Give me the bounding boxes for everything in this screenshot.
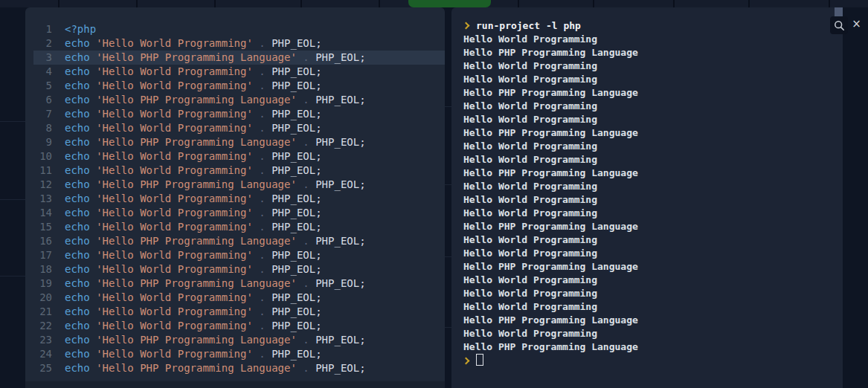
code-line[interactable]: 22echo 'Hello World Programming' . PHP_E… [25,319,445,333]
code-line[interactable]: 19echo 'Hello PHP Programming Language' … [25,277,445,291]
code-line[interactable]: 20echo 'Hello World Programming' . PHP_E… [25,291,445,305]
token-str: 'Hello World Programming' [96,305,253,317]
code-line[interactable]: 16echo 'Hello PHP Programming Language' … [25,234,445,248]
code-line[interactable]: 21echo 'Hello World Programming' . PHP_E… [25,305,445,319]
code-line[interactable]: 6echo 'Hello PHP Programming Language' .… [25,93,445,107]
token-const: PHP_EOL; [271,263,321,275]
close-button[interactable]: × [850,18,863,30]
token-str: 'Hello World Programming' [96,320,253,332]
terminal-output-line: Hello World Programming [463,233,843,247]
column-divider [300,0,302,7]
column-divider [829,0,830,7]
search-button[interactable] [830,16,848,34]
line-number: 22 [25,319,52,333]
code-line[interactable]: 8echo 'Hello World Programming' . PHP_EO… [25,121,445,135]
line-number: 13 [25,192,52,206]
token-const: PHP_EOL; [271,291,321,303]
token-op: . [259,320,265,332]
code-line[interactable]: 9echo 'Hello PHP Programming Language' .… [25,135,445,149]
line-number: 8 [25,121,52,135]
token-kw: echo [65,122,90,134]
line-number: 15 [25,220,52,234]
code-line[interactable]: 18echo 'Hello World Programming' . PHP_E… [25,262,445,277]
code-line[interactable]: 24echo 'Hello World Programming' . PHP_E… [25,347,445,361]
token-kw: echo [65,249,90,261]
token-str: 'Hello World Programming' [96,108,253,120]
token-const: PHP_EOL; [271,221,321,233]
terminal-output-line: Hello World Programming [463,153,843,166]
code-line[interactable]: 3echo 'Hello PHP Programming Language' .… [25,51,445,65]
code-line[interactable]: 12echo 'Hello PHP Programming Language' … [25,178,445,192]
token-op: . [259,305,265,317]
run-button[interactable] [408,0,491,7]
token-kw: echo [65,348,90,360]
editor-bottom-shade [25,381,445,388]
token-str: 'Hello World Programming' [96,207,253,219]
code-line[interactable]: 14echo 'Hello World Programming' . PHP_E… [25,206,445,220]
token-const: PHP_EOL; [271,108,321,120]
token-op: . [303,362,309,374]
token-str: 'Hello World Programming' [96,249,253,261]
token-kw: echo [65,80,90,91]
token-str: 'Hello PHP Programming Language' [96,51,297,63]
code-line[interactable]: 17echo 'Hello World Programming' . PHP_E… [25,248,445,262]
code-line[interactable]: 4echo 'Hello World Programming' . PHP_EO… [25,65,445,79]
token-op: . [303,94,309,106]
code-line[interactable]: 25echo 'Hello PHP Programming Language' … [25,361,445,375]
token-const: PHP_EOL; [271,164,321,176]
token-const: PHP_EOL; [315,94,365,106]
terminal-output-line: Hello World Programming [463,33,843,46]
token-op: . [259,122,265,134]
close-icon: × [852,17,861,30]
token-op: . [259,150,265,162]
column-divider [748,0,750,7]
code-line[interactable]: 13echo 'Hello World Programming' . PHP_E… [25,192,445,206]
line-number: 7 [25,107,52,121]
code-line[interactable]: 10echo 'Hello World Programming' . PHP_E… [25,149,445,164]
token-const: PHP_EOL; [271,193,321,204]
terminal[interactable]: run-project -l php Hello World Programmi… [451,7,843,388]
column-divider [379,0,380,7]
token-str: 'Hello World Programming' [96,37,253,49]
token-op: . [259,80,265,91]
token-const: PHP_EOL; [315,178,365,190]
code-lines: 1<?php2echo 'Hello World Programming' . … [25,22,445,375]
line-number: 5 [25,79,52,93]
terminal-output-line: Hello World Programming [463,274,843,287]
line-number: 14 [25,206,52,220]
token-op: . [259,249,265,261]
token-const: PHP_EOL; [271,150,321,162]
token-kw: echo [65,235,90,247]
token-const: PHP_EOL; [315,362,365,374]
token-const: PHP_EOL; [271,207,321,219]
terminal-output-line: Hello World Programming [463,140,843,153]
code-line[interactable]: 1<?php [25,22,445,36]
token-kw: echo [65,221,90,233]
token-str: 'Hello World Programming' [96,193,253,204]
token-const: PHP_EOL; [271,122,321,134]
terminal-output-line: Hello PHP Programming Language [463,340,843,354]
line-number: 11 [25,164,52,178]
token-str: 'Hello World Programming' [96,65,253,77]
terminal-prompt-line[interactable] [463,354,843,367]
code-editor[interactable]: 1<?php2echo 'Hello World Programming' . … [25,7,445,388]
token-const: PHP_EOL; [315,277,365,289]
line-number: 25 [25,361,52,375]
code-line[interactable]: 7echo 'Hello World Programming' . PHP_EO… [25,107,445,121]
token-str: 'Hello World Programming' [96,263,253,275]
code-line[interactable]: 5echo 'Hello World Programming' . PHP_EO… [25,79,445,93]
code-line[interactable]: 15echo 'Hello World Programming' . PHP_E… [25,220,445,234]
token-op: . [259,65,265,77]
terminal-output-line: Hello World Programming [463,207,843,220]
token-str: 'Hello PHP Programming Language' [96,277,297,289]
column-divider [673,0,675,7]
line-number: 6 [25,93,52,107]
code-line[interactable]: 2echo 'Hello World Programming' . PHP_EO… [25,36,445,51]
code-line[interactable]: 11echo 'Hello World Programming' . PHP_E… [25,164,445,178]
line-number: 9 [25,135,52,149]
code-line[interactable]: 23echo 'Hello PHP Programming Language' … [25,333,445,347]
background-row-divider [445,327,451,328]
token-kw: echo [65,291,90,303]
token-kw: echo [65,37,90,49]
line-number: 2 [25,36,52,51]
